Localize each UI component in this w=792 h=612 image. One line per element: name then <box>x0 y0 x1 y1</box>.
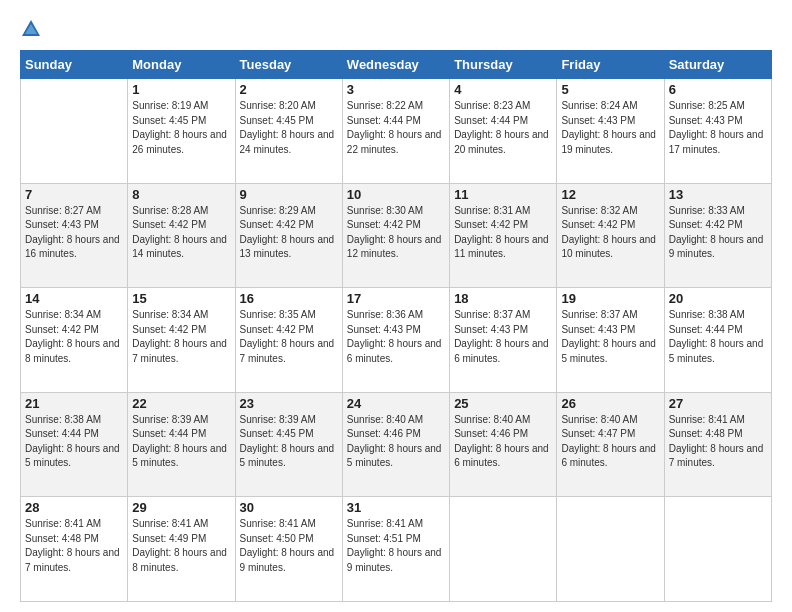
calendar-cell: 28Sunrise: 8:41 AM Sunset: 4:48 PM Dayli… <box>21 497 128 602</box>
day-info: Sunrise: 8:33 AM Sunset: 4:42 PM Dayligh… <box>669 204 767 262</box>
day-number: 30 <box>240 500 338 515</box>
day-info: Sunrise: 8:40 AM Sunset: 4:46 PM Dayligh… <box>454 413 552 471</box>
day-info: Sunrise: 8:34 AM Sunset: 4:42 PM Dayligh… <box>25 308 123 366</box>
calendar-table: SundayMondayTuesdayWednesdayThursdayFrid… <box>20 50 772 602</box>
day-info: Sunrise: 8:41 AM Sunset: 4:50 PM Dayligh… <box>240 517 338 575</box>
calendar-week-row: 21Sunrise: 8:38 AM Sunset: 4:44 PM Dayli… <box>21 392 772 497</box>
day-info: Sunrise: 8:38 AM Sunset: 4:44 PM Dayligh… <box>669 308 767 366</box>
day-number: 12 <box>561 187 659 202</box>
calendar-week-row: 14Sunrise: 8:34 AM Sunset: 4:42 PM Dayli… <box>21 288 772 393</box>
day-number: 27 <box>669 396 767 411</box>
calendar-cell: 25Sunrise: 8:40 AM Sunset: 4:46 PM Dayli… <box>450 392 557 497</box>
calendar-cell: 4Sunrise: 8:23 AM Sunset: 4:44 PM Daylig… <box>450 79 557 184</box>
day-info: Sunrise: 8:29 AM Sunset: 4:42 PM Dayligh… <box>240 204 338 262</box>
calendar-cell: 29Sunrise: 8:41 AM Sunset: 4:49 PM Dayli… <box>128 497 235 602</box>
day-info: Sunrise: 8:20 AM Sunset: 4:45 PM Dayligh… <box>240 99 338 157</box>
day-number: 1 <box>132 82 230 97</box>
day-number: 17 <box>347 291 445 306</box>
header <box>20 18 772 40</box>
calendar-cell: 13Sunrise: 8:33 AM Sunset: 4:42 PM Dayli… <box>664 183 771 288</box>
day-info: Sunrise: 8:24 AM Sunset: 4:43 PM Dayligh… <box>561 99 659 157</box>
day-number: 15 <box>132 291 230 306</box>
calendar-cell: 1Sunrise: 8:19 AM Sunset: 4:45 PM Daylig… <box>128 79 235 184</box>
calendar-week-row: 7Sunrise: 8:27 AM Sunset: 4:43 PM Daylig… <box>21 183 772 288</box>
day-number: 8 <box>132 187 230 202</box>
day-header-saturday: Saturday <box>664 51 771 79</box>
day-number: 9 <box>240 187 338 202</box>
day-info: Sunrise: 8:39 AM Sunset: 4:45 PM Dayligh… <box>240 413 338 471</box>
day-info: Sunrise: 8:22 AM Sunset: 4:44 PM Dayligh… <box>347 99 445 157</box>
day-number: 23 <box>240 396 338 411</box>
day-info: Sunrise: 8:41 AM Sunset: 4:49 PM Dayligh… <box>132 517 230 575</box>
logo-icon <box>20 18 42 40</box>
day-number: 26 <box>561 396 659 411</box>
day-number: 3 <box>347 82 445 97</box>
day-header-sunday: Sunday <box>21 51 128 79</box>
day-number: 2 <box>240 82 338 97</box>
calendar-cell: 27Sunrise: 8:41 AM Sunset: 4:48 PM Dayli… <box>664 392 771 497</box>
day-number: 11 <box>454 187 552 202</box>
day-number: 7 <box>25 187 123 202</box>
calendar-cell: 24Sunrise: 8:40 AM Sunset: 4:46 PM Dayli… <box>342 392 449 497</box>
calendar-cell: 26Sunrise: 8:40 AM Sunset: 4:47 PM Dayli… <box>557 392 664 497</box>
day-number: 19 <box>561 291 659 306</box>
day-info: Sunrise: 8:41 AM Sunset: 4:51 PM Dayligh… <box>347 517 445 575</box>
day-number: 5 <box>561 82 659 97</box>
page: SundayMondayTuesdayWednesdayThursdayFrid… <box>0 0 792 612</box>
calendar-cell: 19Sunrise: 8:37 AM Sunset: 4:43 PM Dayli… <box>557 288 664 393</box>
calendar-cell: 6Sunrise: 8:25 AM Sunset: 4:43 PM Daylig… <box>664 79 771 184</box>
calendar-cell: 9Sunrise: 8:29 AM Sunset: 4:42 PM Daylig… <box>235 183 342 288</box>
calendar-cell: 21Sunrise: 8:38 AM Sunset: 4:44 PM Dayli… <box>21 392 128 497</box>
day-number: 21 <box>25 396 123 411</box>
day-header-wednesday: Wednesday <box>342 51 449 79</box>
day-info: Sunrise: 8:36 AM Sunset: 4:43 PM Dayligh… <box>347 308 445 366</box>
calendar-cell <box>21 79 128 184</box>
day-number: 24 <box>347 396 445 411</box>
calendar-week-row: 1Sunrise: 8:19 AM Sunset: 4:45 PM Daylig… <box>21 79 772 184</box>
day-info: Sunrise: 8:35 AM Sunset: 4:42 PM Dayligh… <box>240 308 338 366</box>
day-info: Sunrise: 8:30 AM Sunset: 4:42 PM Dayligh… <box>347 204 445 262</box>
day-info: Sunrise: 8:41 AM Sunset: 4:48 PM Dayligh… <box>669 413 767 471</box>
calendar-cell <box>557 497 664 602</box>
calendar-cell: 17Sunrise: 8:36 AM Sunset: 4:43 PM Dayli… <box>342 288 449 393</box>
day-number: 4 <box>454 82 552 97</box>
day-header-tuesday: Tuesday <box>235 51 342 79</box>
day-info: Sunrise: 8:27 AM Sunset: 4:43 PM Dayligh… <box>25 204 123 262</box>
calendar-cell: 3Sunrise: 8:22 AM Sunset: 4:44 PM Daylig… <box>342 79 449 184</box>
day-info: Sunrise: 8:40 AM Sunset: 4:47 PM Dayligh… <box>561 413 659 471</box>
day-info: Sunrise: 8:25 AM Sunset: 4:43 PM Dayligh… <box>669 99 767 157</box>
calendar-cell: 5Sunrise: 8:24 AM Sunset: 4:43 PM Daylig… <box>557 79 664 184</box>
day-number: 31 <box>347 500 445 515</box>
day-number: 16 <box>240 291 338 306</box>
calendar-cell <box>664 497 771 602</box>
day-info: Sunrise: 8:31 AM Sunset: 4:42 PM Dayligh… <box>454 204 552 262</box>
day-info: Sunrise: 8:37 AM Sunset: 4:43 PM Dayligh… <box>454 308 552 366</box>
calendar-cell: 16Sunrise: 8:35 AM Sunset: 4:42 PM Dayli… <box>235 288 342 393</box>
calendar-cell <box>450 497 557 602</box>
day-number: 18 <box>454 291 552 306</box>
day-number: 14 <box>25 291 123 306</box>
calendar-cell: 22Sunrise: 8:39 AM Sunset: 4:44 PM Dayli… <box>128 392 235 497</box>
calendar-cell: 10Sunrise: 8:30 AM Sunset: 4:42 PM Dayli… <box>342 183 449 288</box>
day-info: Sunrise: 8:40 AM Sunset: 4:46 PM Dayligh… <box>347 413 445 471</box>
calendar-cell: 7Sunrise: 8:27 AM Sunset: 4:43 PM Daylig… <box>21 183 128 288</box>
day-info: Sunrise: 8:39 AM Sunset: 4:44 PM Dayligh… <box>132 413 230 471</box>
day-number: 25 <box>454 396 552 411</box>
day-header-thursday: Thursday <box>450 51 557 79</box>
day-info: Sunrise: 8:28 AM Sunset: 4:42 PM Dayligh… <box>132 204 230 262</box>
calendar-week-row: 28Sunrise: 8:41 AM Sunset: 4:48 PM Dayli… <box>21 497 772 602</box>
calendar-header-row: SundayMondayTuesdayWednesdayThursdayFrid… <box>21 51 772 79</box>
day-header-monday: Monday <box>128 51 235 79</box>
day-number: 22 <box>132 396 230 411</box>
calendar-cell: 30Sunrise: 8:41 AM Sunset: 4:50 PM Dayli… <box>235 497 342 602</box>
day-info: Sunrise: 8:37 AM Sunset: 4:43 PM Dayligh… <box>561 308 659 366</box>
calendar-cell: 14Sunrise: 8:34 AM Sunset: 4:42 PM Dayli… <box>21 288 128 393</box>
day-info: Sunrise: 8:38 AM Sunset: 4:44 PM Dayligh… <box>25 413 123 471</box>
day-number: 6 <box>669 82 767 97</box>
day-number: 13 <box>669 187 767 202</box>
day-info: Sunrise: 8:32 AM Sunset: 4:42 PM Dayligh… <box>561 204 659 262</box>
calendar-cell: 20Sunrise: 8:38 AM Sunset: 4:44 PM Dayli… <box>664 288 771 393</box>
day-number: 20 <box>669 291 767 306</box>
calendar-cell: 2Sunrise: 8:20 AM Sunset: 4:45 PM Daylig… <box>235 79 342 184</box>
day-info: Sunrise: 8:23 AM Sunset: 4:44 PM Dayligh… <box>454 99 552 157</box>
